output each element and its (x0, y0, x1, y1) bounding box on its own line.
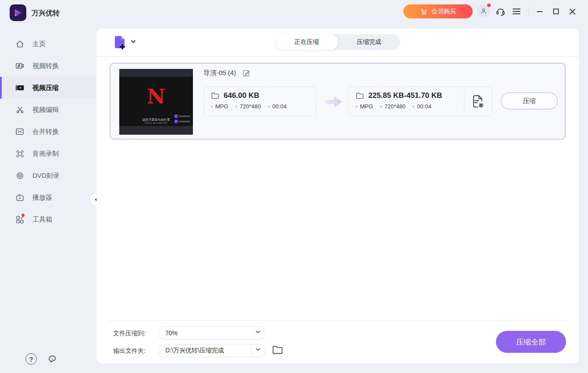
add-file-dropdown-caret[interactable] (131, 40, 136, 43)
thumbnail-badges (175, 113, 190, 123)
compress-all-button[interactable]: 压缩全部 (496, 331, 566, 353)
sidebar-item-video-compress[interactable]: 视频压缩 (0, 77, 96, 99)
source-info-box: 646.00 KB MPG 720*480 00:04 (203, 86, 317, 116)
menu-button[interactable] (511, 6, 522, 17)
source-duration: 00:04 (268, 103, 287, 110)
close-button[interactable] (567, 6, 577, 17)
target-meta: MPG 720*480 00:04 (356, 103, 492, 110)
tab-compressing[interactable]: 正在压缩 (275, 34, 338, 50)
folder-icon (356, 92, 364, 100)
folder-icon (211, 92, 219, 100)
screen-record-icon (15, 149, 25, 158)
source-format: MPG (211, 103, 228, 110)
target-duration: 00:04 (413, 103, 431, 110)
sidebar-item-label: 主页 (32, 40, 46, 48)
file-name-row: 导演-05 (4) (203, 69, 250, 77)
chevron-down-icon (256, 330, 260, 334)
output-folder-label: 输出文件夹: (113, 347, 146, 355)
sidebar-item-label: 音画录制 (32, 150, 59, 158)
dropdown-split (251, 346, 251, 355)
sidebar-item-label: 视频转换 (32, 62, 59, 70)
sidebar-item-label: DVD刻录 (32, 172, 60, 180)
source-size: 646.00 KB (224, 91, 259, 100)
thumbnail-letterbox-top (119, 69, 193, 77)
target-info-box: 225.85 KB-451.70 KB MPG 720*480 00:04 (348, 86, 492, 116)
folder-icon (272, 345, 283, 355)
help-button[interactable]: ? (25, 353, 37, 365)
sidebar-item-player[interactable]: 播放器 (0, 186, 96, 208)
netflix-n-logo: N (119, 86, 193, 107)
hamburger-icon (512, 7, 521, 15)
toolbox-icon (15, 215, 25, 224)
scissors-icon (15, 105, 25, 115)
sidebar-item-record[interactable]: 音画录制 (0, 143, 96, 165)
footer-divider (110, 320, 566, 321)
compress-to-label: 文件压缩到: (113, 330, 146, 337)
home-icon (15, 39, 25, 49)
buy-membership-label: 会员购买 (431, 7, 456, 15)
sidebar-item-label: 视频压缩 (32, 84, 59, 92)
cart-icon (420, 8, 428, 15)
chevron-down-icon (256, 348, 260, 351)
app-logo (10, 4, 26, 21)
compress-ratio-dropdown[interactable]: 70% (158, 326, 266, 340)
merge-icon (15, 127, 25, 136)
video-compress-icon (15, 83, 25, 93)
edit-pencil-icon (242, 69, 250, 77)
target-resolution: 720*480 (380, 103, 406, 110)
app-title: 万兴优转 (32, 9, 60, 18)
sidebar: 主页 视频转换 视频压缩 视频编辑 合并转换 (0, 33, 96, 230)
sidebar-item-toolbox[interactable]: 工具箱 (0, 208, 96, 230)
minimize-button[interactable] (535, 6, 545, 17)
target-size: 225.85 KB-451.70 KB (368, 91, 442, 100)
feedback-button[interactable] (46, 353, 58, 365)
file-name: 导演-05 (4) (203, 69, 236, 77)
player-tv-icon (15, 193, 25, 202)
minimize-icon (536, 7, 544, 15)
file-settings-icon (472, 94, 484, 108)
video-convert-icon (15, 61, 25, 71)
sidebar-item-video-edit[interactable]: 视频编辑 (0, 99, 96, 121)
add-file-icon (112, 35, 128, 52)
sidebar-item-label: 合并转换 (32, 128, 59, 136)
headset-icon (495, 7, 506, 17)
output-folder-dropdown[interactable]: D:\万兴优转\压缩完成 (158, 344, 266, 357)
header-divider (96, 56, 579, 57)
support-button[interactable] (495, 6, 506, 17)
source-meta: MPG 720*480 00:04 (211, 103, 316, 110)
buy-membership-button[interactable]: 会员购买 (403, 4, 473, 18)
compress-button[interactable]: 压缩 (501, 93, 558, 109)
rename-button[interactable] (242, 69, 250, 77)
sidebar-item-dvd[interactable]: DVD刻录 (0, 165, 96, 186)
compression-settings-button[interactable] (472, 94, 484, 108)
toolbox-notification-dot (21, 214, 25, 217)
source-resolution: 720*480 (235, 103, 261, 110)
status-tabs: 正在压缩 压缩完成 (275, 34, 400, 50)
tab-completed[interactable]: 压缩完成 (338, 34, 401, 50)
titlebar-separator (528, 7, 529, 16)
task-card: N 这里字幕组与剧分享 (sunny) day-made (PC) 导演-05 … (110, 63, 566, 140)
add-file-button[interactable] (112, 35, 128, 52)
maximize-button[interactable] (551, 6, 561, 17)
question-mark-icon: ? (29, 355, 33, 363)
sidebar-item-home[interactable]: 主页 (0, 33, 96, 55)
thumbnail-letterbox-bottom (119, 126, 193, 135)
close-icon (569, 8, 576, 15)
sidebar-item-merge[interactable]: 合并转换 (0, 121, 96, 143)
play-logo-icon (12, 7, 24, 18)
account-notification-dot (487, 4, 491, 7)
app-window: 万兴优转 会员购买 (0, 0, 588, 373)
output-folder-value: D:\万兴优转\压缩完成 (165, 347, 224, 355)
sidebar-item-label: 播放器 (32, 194, 52, 202)
video-thumbnail[interactable]: N 这里字幕组与剧分享 (sunny) day-made (PC) (119, 69, 193, 135)
sidebar-item-video-convert[interactable]: 视频转换 (0, 55, 96, 77)
target-format: MPG (356, 103, 373, 110)
user-icon (480, 7, 488, 15)
main-panel: 正在压缩 压缩完成 N 这里字幕组与剧分享 (sunny) day-made (… (96, 29, 579, 363)
maximize-icon (552, 8, 559, 15)
megaphone-icon (47, 354, 58, 365)
target-box-divider (464, 91, 464, 111)
open-output-folder-button[interactable] (272, 345, 283, 355)
sidebar-item-label: 视频编辑 (32, 106, 59, 114)
arrow-right-icon (324, 94, 343, 109)
